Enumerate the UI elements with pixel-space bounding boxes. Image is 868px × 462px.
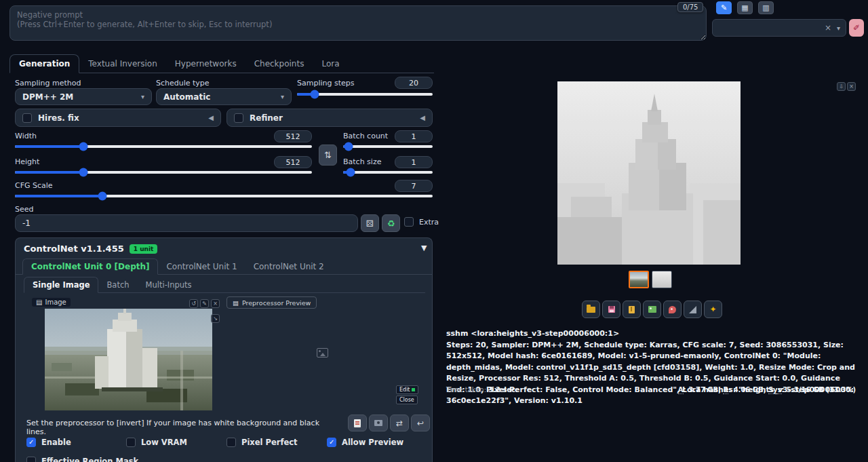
tab-controlnet-unit-0[interactable]: ControlNet Unit 0 [Depth] — [22, 258, 158, 275]
seed-input[interactable]: -1 — [15, 214, 358, 232]
close-button[interactable]: Close — [396, 396, 418, 404]
webcam-button[interactable] — [369, 415, 388, 431]
close-label: Close — [399, 397, 414, 403]
effective-region-mask-toggle[interactable]: Effective Region Mask — [26, 457, 138, 462]
edit-image-icon[interactable]: ✎ — [200, 299, 209, 308]
undo-icon[interactable]: ↺ — [189, 299, 198, 308]
effective-region-mask-checkbox[interactable] — [26, 457, 36, 462]
clipboard-button[interactable]: ▥ — [758, 1, 774, 14]
clipboard-icon: ▥ — [762, 3, 769, 12]
sampling-steps-slider[interactable] — [297, 91, 433, 98]
schedule-type-dropdown[interactable]: Automatic ▾ — [156, 88, 292, 105]
allow-preview-toggle[interactable]: Allow Preview — [327, 438, 403, 447]
batch-size-slider[interactable] — [343, 169, 433, 176]
controlnet-input-image[interactable] — [45, 309, 212, 410]
dice-icon: ⚄ — [366, 218, 374, 229]
gallery-thumbnail-1[interactable] — [629, 271, 649, 288]
width-label: Width — [15, 132, 37, 140]
extra-seed-toggle[interactable]: Extra — [404, 217, 439, 227]
output-image[interactable] — [557, 81, 741, 265]
random-seed-button[interactable]: ⚄ — [361, 214, 379, 232]
enable-toggle[interactable]: Enable — [26, 438, 71, 447]
open-folder-button[interactable] — [582, 301, 600, 318]
tab-checkpoints[interactable]: Checkpoints — [245, 55, 313, 73]
download-image-icon[interactable]: ⇩ — [837, 82, 846, 91]
width-slider[interactable] — [15, 143, 312, 150]
cfg-scale-slider[interactable] — [15, 193, 433, 199]
hires-fix-checkbox[interactable] — [22, 113, 32, 123]
low-vram-toggle[interactable]: Low VRAM — [126, 438, 187, 447]
extra-seed-label: Extra — [419, 218, 439, 227]
brush-icon: ✐ — [853, 23, 860, 33]
allow-preview-checkbox[interactable] — [327, 438, 336, 447]
green-square-icon — [412, 388, 415, 391]
styles-dropdown[interactable]: × ▾ — [712, 19, 846, 37]
height-input[interactable]: 512 — [274, 156, 312, 168]
gallery-thumbnail-2[interactable] — [652, 271, 672, 288]
tab-lora[interactable]: Lora — [313, 55, 348, 73]
preprocessor-preview-toggle[interactable]: ▤ Preprocessor Preview — [226, 296, 317, 309]
send-to-img2img-button[interactable] — [643, 301, 661, 318]
save-image-button[interactable] — [602, 301, 620, 318]
swap-dimensions-button[interactable]: ⇅ — [319, 145, 337, 166]
reuse-seed-button[interactable]: ♻ — [382, 214, 400, 232]
preview-placeholder-icon — [317, 348, 328, 358]
clear-styles-icon[interactable]: × — [825, 23, 831, 33]
sampling-steps-input[interactable]: 20 — [395, 77, 433, 89]
edit-button[interactable]: Edit — [396, 385, 418, 394]
new-canvas-button[interactable] — [348, 415, 367, 431]
extra-networks-button[interactable]: ▦ — [737, 1, 753, 14]
negative-prompt-input[interactable] — [9, 5, 707, 41]
generation-footer: Time taken: 3.2 sec. A: 3.77 GB, R: 4.06… — [446, 386, 856, 393]
batch-count-slider[interactable] — [343, 143, 433, 150]
upscale-button[interactable]: ✦ — [704, 301, 722, 318]
generation-prompt-line: sshm <lora:heights_v3-step00006000:1> — [446, 328, 856, 340]
tab-controlnet-unit-1[interactable]: ControlNet Unit 1 — [158, 259, 245, 274]
pixel-perfect-toggle[interactable]: Pixel Perfect — [226, 438, 298, 447]
generation-params-text: Steps: 20, Sampler: DPM++ 2M, Schedule t… — [446, 340, 856, 407]
controlnet-unit-badge: 1 unit — [130, 244, 158, 254]
accordion-arrow-icon[interactable]: ▼ — [421, 244, 427, 252]
close-gallery-icon[interactable]: × — [847, 82, 856, 91]
swap-horizontal-icon: ⇄ — [396, 419, 403, 428]
width-input[interactable]: 512 — [274, 130, 312, 142]
send-to-extras-button[interactable] — [684, 301, 702, 318]
mirror-webcam-button[interactable]: ⇄ — [390, 415, 409, 431]
folder-icon — [587, 307, 595, 313]
tab-controlnet-unit-2[interactable]: ControlNet Unit 2 — [245, 259, 332, 274]
hires-fix-section[interactable]: Hires. fix ◀ — [15, 109, 221, 127]
image-label-chip: ▤ Image — [32, 298, 71, 307]
refiner-checkbox[interactable] — [234, 113, 243, 123]
tab-hypernetworks[interactable]: Hypernetworks — [166, 55, 245, 73]
batch-count-input[interactable]: 1 — [395, 130, 433, 142]
enable-checkbox[interactable] — [26, 438, 36, 447]
tab-textual-inversion[interactable]: Textual Inversion — [79, 55, 165, 73]
tab-single-image[interactable]: Single Image — [24, 277, 98, 293]
refiner-section[interactable]: Refiner ◀ — [226, 109, 433, 127]
tab-multi-inputs[interactable]: Multi-Inputs — [138, 277, 200, 292]
seed-label: Seed — [15, 205, 34, 214]
edit-styles-button[interactable]: ✐ — [849, 19, 864, 37]
back-arrow-icon: ↩ — [417, 419, 424, 428]
controlnet-panel: ControlNet v1.1.455 1 unit ▼ ControlNet … — [15, 237, 433, 462]
send-to-inpaint-button[interactable] — [663, 301, 682, 318]
paste-params-button[interactable]: ✎ — [716, 1, 732, 14]
floppy-icon — [608, 306, 615, 313]
sampling-method-dropdown[interactable]: DPM++ 2M ▾ — [15, 88, 152, 105]
extra-seed-checkbox[interactable] — [404, 217, 414, 227]
tab-batch[interactable]: Batch — [98, 277, 137, 292]
send-dimensions-button[interactable]: ↩ — [411, 415, 430, 431]
cfg-scale-input[interactable]: 7 — [395, 180, 433, 192]
batch-size-input[interactable]: 1 — [395, 156, 433, 168]
recycle-icon: ♻ — [387, 218, 395, 229]
pixel-perfect-checkbox[interactable] — [226, 438, 236, 447]
height-slider[interactable] — [15, 169, 312, 176]
controlnet-unit-tabs: ControlNet Unit 0 [Depth] ControlNet Uni… — [16, 258, 433, 275]
time-taken: Time taken: 3.2 sec. — [446, 386, 518, 393]
prompt-toolbar: ✎ ▦ ▥ — [716, 1, 774, 14]
low-vram-checkbox[interactable] — [126, 438, 136, 447]
save-zip-button[interactable] — [623, 301, 641, 318]
tab-generation[interactable]: Generation — [9, 54, 79, 73]
remove-image-icon[interactable]: × — [211, 299, 220, 308]
fullscreen-icon[interactable]: ↘ — [211, 314, 220, 323]
